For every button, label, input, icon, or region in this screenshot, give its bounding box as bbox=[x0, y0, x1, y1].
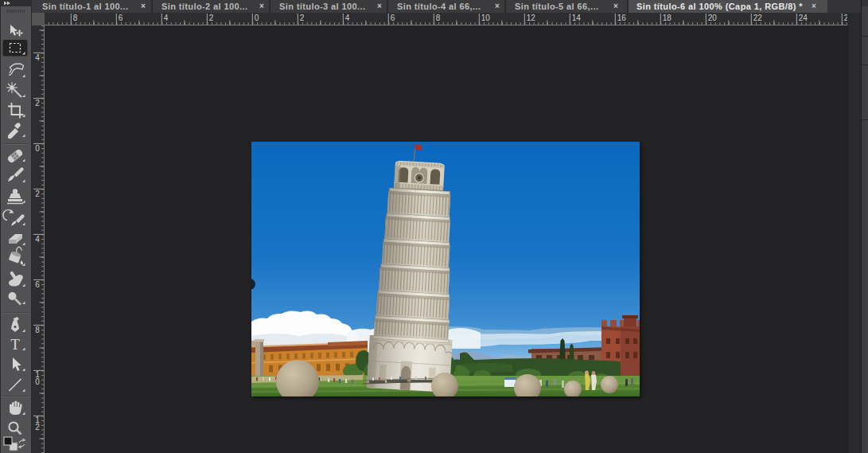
svg-text:4: 4 bbox=[345, 14, 350, 22]
svg-text:4: 4 bbox=[35, 53, 40, 62]
svg-text:2: 2 bbox=[35, 423, 40, 432]
svg-text:8: 8 bbox=[436, 14, 441, 22]
svg-text:4: 4 bbox=[164, 14, 169, 22]
svg-text:2: 2 bbox=[300, 14, 305, 22]
svg-text:4: 4 bbox=[35, 235, 40, 244]
svg-text:22: 22 bbox=[753, 14, 763, 22]
svg-text:6: 6 bbox=[119, 14, 123, 22]
svg-text:24: 24 bbox=[799, 14, 808, 22]
svg-text:10: 10 bbox=[481, 14, 491, 22]
svg-text:8: 8 bbox=[35, 326, 40, 334]
svg-text:2: 2 bbox=[35, 99, 40, 107]
svg-text:0: 0 bbox=[255, 14, 259, 22]
svg-text:0: 0 bbox=[35, 377, 40, 386]
svg-text:16: 16 bbox=[617, 14, 627, 22]
svg-text:14: 14 bbox=[572, 14, 582, 22]
svg-text:2: 2 bbox=[209, 14, 214, 22]
svg-text:6: 6 bbox=[35, 280, 40, 289]
svg-text:6: 6 bbox=[391, 14, 395, 22]
svg-text:T: T bbox=[10, 336, 20, 353]
svg-text:12: 12 bbox=[527, 14, 536, 22]
svg-text:8: 8 bbox=[73, 14, 78, 22]
svg-text:2: 2 bbox=[35, 189, 40, 198]
svg-text:18: 18 bbox=[663, 14, 672, 22]
svg-text:20: 20 bbox=[708, 14, 718, 22]
svg-text:0: 0 bbox=[35, 144, 40, 153]
